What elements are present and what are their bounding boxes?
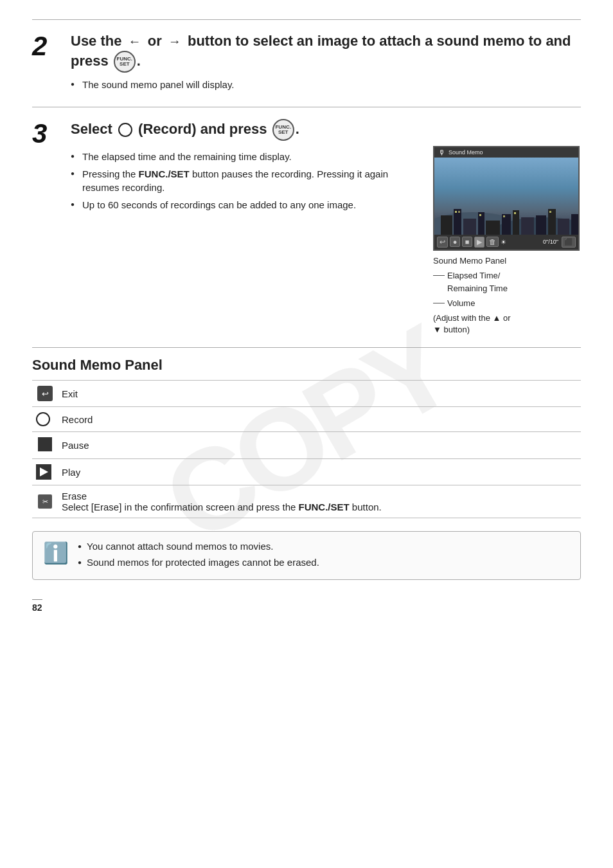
step2-arrow-right: →: [168, 34, 181, 48]
step2-or: or: [148, 33, 162, 49]
cam-btn-erase: 🗑: [486, 237, 499, 247]
play-icon-cell: [32, 459, 58, 485]
step3-record-paren: (Record) and press: [138, 121, 267, 137]
svg-rect-12: [548, 209, 556, 235]
step3-body: The elapsed time and the remaining time …: [71, 146, 581, 336]
svg-rect-3: [441, 215, 452, 235]
page-content: 2 Use the ← or → button to select an ima…: [0, 0, 613, 632]
exit-icon-cell: ↩: [32, 381, 58, 407]
step-2-number: 2: [32, 32, 71, 95]
record-icon: [36, 412, 50, 426]
step2-button-text: button to select an image to attach a so…: [71, 33, 571, 69]
label-panel-text: Sound Memo Panel: [433, 255, 506, 267]
sound-memo-label: Sound Memo: [449, 149, 483, 156]
camera-photo: [434, 158, 578, 235]
record-label: Record: [58, 407, 581, 432]
camera-labels: Sound Memo Panel Elapsed Time/ Remaining…: [433, 255, 511, 336]
svg-rect-13: [558, 219, 569, 235]
exit-label: Exit: [58, 381, 581, 407]
step-2-bullets: The sound memo panel will display.: [71, 78, 581, 91]
svg-rect-20: [549, 211, 551, 213]
step3-bullet-2: Pressing the FUNC./SET button pauses the…: [71, 167, 422, 194]
pause-icon: [38, 437, 52, 451]
play-triangle: [40, 467, 48, 476]
table-row: Record: [32, 407, 581, 432]
cam-btn-settings: ☀: [501, 239, 506, 246]
mic-icon: 🎙: [438, 149, 445, 156]
page-number: 82: [32, 599, 42, 613]
label-volume-dash: [433, 303, 445, 303]
cam-btn-play: ▶: [474, 237, 484, 248]
step2-arrow-left: ←: [129, 34, 141, 48]
camera-top-bar: 🎙 Sound Memo: [434, 147, 578, 158]
erase-icon-cell: ✂: [32, 485, 58, 518]
step-2-content: Use the ← or → button to select an image…: [71, 32, 581, 95]
label-elapsed-text: Elapsed Time/ Remaining Time: [447, 269, 508, 294]
camera-screen: 🎙 Sound Memo: [433, 146, 580, 251]
cam-btn-pause: ■: [462, 237, 472, 247]
svg-rect-19: [514, 212, 516, 214]
svg-rect-11: [536, 215, 546, 235]
cam-btn-record: ●: [450, 237, 460, 247]
table-row: Pause: [32, 432, 581, 459]
svg-rect-16: [458, 211, 460, 213]
record-icon-cell: [32, 407, 58, 432]
note-icon: ℹ️: [43, 541, 69, 565]
func-set-button-step3: FUNC.SET: [272, 119, 294, 141]
svg-rect-15: [455, 211, 457, 213]
note-bullet-1: You cannot attach sound memos to movies.: [78, 539, 570, 553]
cam-btn-vol: ⬛: [562, 237, 576, 248]
step-3-heading: Select (Record) and press FUNC.SET.: [71, 119, 581, 141]
label-adjust: (Adjust with the ▲ or ▼ button): [433, 312, 511, 336]
step3-bullet2-pre: Pressing the: [82, 168, 136, 179]
label-panel-line: Sound Memo Panel: [433, 255, 511, 267]
panel-table: ↩ Exit Record Pause: [32, 380, 581, 518]
panel-title: Sound Memo Panel: [32, 357, 581, 374]
step3-bullet2-bold: FUNC./SET: [139, 168, 190, 179]
label-volume-line: Volume: [433, 297, 511, 310]
note-content: You cannot attach sound memos to movies.…: [78, 539, 570, 572]
erase-icon: ✂: [38, 494, 52, 509]
note-box: ℹ️ You cannot attach sound memos to movi…: [32, 531, 581, 580]
svg-rect-5: [463, 219, 476, 235]
label-elapsed-line: Elapsed Time/ Remaining Time: [433, 269, 511, 294]
table-row: Play: [32, 459, 581, 485]
table-row: ✂ Erase Select [Erase] in the confirmati…: [32, 485, 581, 518]
svg-rect-17: [479, 214, 481, 216]
step3-record-circle: [118, 123, 132, 137]
cam-btn-back: ↩: [437, 237, 448, 248]
sound-memo-panel-section: Sound Memo Panel ↩ Exit Record: [32, 347, 581, 586]
step3-bullets: The elapsed time and the remaining time …: [71, 150, 422, 212]
cam-time: 0"/10": [543, 239, 558, 245]
svg-rect-14: [571, 214, 578, 235]
label-volume-text: Volume: [447, 297, 475, 310]
step-2-section: 2 Use the ← or → button to select an ima…: [32, 19, 581, 107]
svg-rect-7: [486, 221, 500, 235]
step3-bullet-3: Up to 60 seconds of recordings can be ad…: [71, 198, 422, 212]
svg-rect-10: [521, 217, 534, 235]
step3-text: The elapsed time and the remaining time …: [71, 146, 422, 336]
pause-label: Pause: [58, 432, 581, 459]
step-2-bullet-1: The sound memo panel will display.: [71, 78, 581, 91]
play-icon: [36, 464, 51, 480]
func-set-button-step2: FUNC.SET: [114, 51, 136, 73]
erase-funcset-bold: FUNC./SET: [299, 502, 350, 512]
exit-icon: ↩: [37, 386, 53, 401]
table-row: ↩ Exit: [32, 381, 581, 407]
note-bullet-2: Sound memos for protected images cannot …: [78, 556, 570, 569]
svg-rect-18: [503, 215, 505, 217]
city-silhouette-svg: [434, 196, 578, 235]
step3-select-label: Select: [71, 121, 112, 137]
pause-icon-cell: [32, 432, 58, 459]
step3-image-area: 🎙 Sound Memo: [433, 146, 581, 336]
play-label: Play: [58, 459, 581, 485]
step2-use-the: Use the: [71, 33, 121, 49]
label-elapsed-dash: [433, 275, 445, 276]
camera-bottom-bar: ↩ ● ■ ▶ 🗑 ☀ 0"/10" ⬛: [434, 235, 578, 249]
step-3-section: 3 Select (Record) and press FUNC.SET. Th…: [32, 107, 581, 347]
erase-instruction: Select [Erase] in the confirmation scree…: [62, 502, 382, 512]
erase-label: Erase Select [Erase] in the confirmation…: [58, 485, 581, 518]
step-3-content: Select (Record) and press FUNC.SET. The …: [71, 119, 581, 336]
step3-bullet-1: The elapsed time and the remaining time …: [71, 150, 422, 163]
svg-rect-4: [454, 209, 461, 235]
